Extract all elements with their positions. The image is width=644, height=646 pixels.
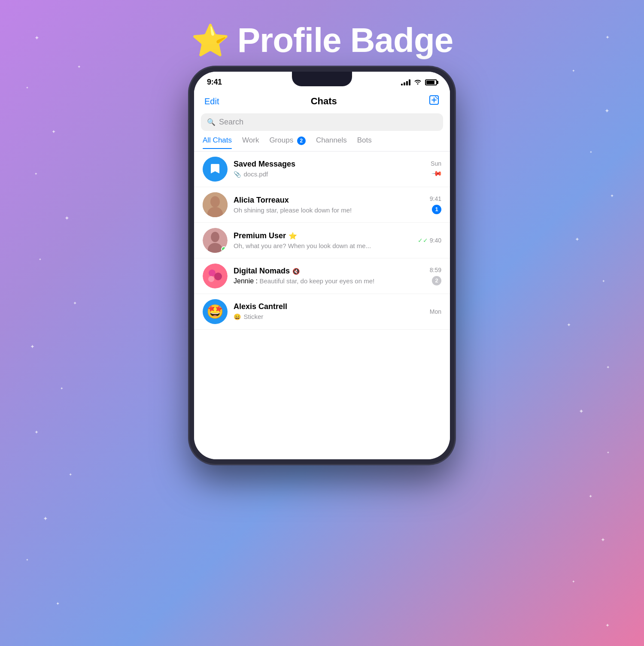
- edit-button[interactable]: Edit: [204, 97, 219, 106]
- chat-name-saved: Saved Messages: [234, 160, 295, 169]
- search-icon: 🔍: [207, 118, 216, 126]
- battery-icon: [425, 79, 437, 85]
- avatar-alexis: 🤩: [203, 299, 228, 324]
- phone-frame-wrapper: 9:41: [189, 67, 455, 464]
- avatar-nomads: [203, 264, 228, 288]
- chat-info-alicia: Alicia Torreaux Oh shining star, please …: [234, 196, 424, 214]
- chat-name-nomads: Digital Nomads: [234, 267, 290, 276]
- chat-meta-alexis: Mon: [430, 308, 441, 315]
- chat-info-alexis: Alexis Cantrell 😄 Sticker: [234, 302, 424, 321]
- svg-point-2: [210, 196, 220, 207]
- chat-preview-nomads: Beautiful star, do keep your eyes on me!: [260, 277, 375, 285]
- chat-sender-nomads: Jennie: [234, 277, 254, 285]
- app-content: Edit Chats 🔍 Search: [194, 90, 450, 459]
- chat-header: Edit Chats: [194, 90, 450, 113]
- status-time: 9:41: [207, 78, 222, 87]
- phone-frame: 9:41: [189, 67, 455, 464]
- tab-work[interactable]: Work: [242, 136, 259, 149]
- read-check-icon: ✓✓: [418, 237, 428, 244]
- chat-time-premium: ✓✓ 9:40: [418, 237, 441, 244]
- chat-preview-premium: Oh, what you are? When you look down at …: [234, 242, 380, 249]
- chat-meta-nomads: 8:59 2: [430, 267, 441, 285]
- chat-preview-saved: docs.pdf: [243, 170, 268, 178]
- chat-time-alexis: Mon: [430, 308, 441, 315]
- compose-button[interactable]: [428, 94, 440, 108]
- chat-item-premium[interactable]: Premium User ⭐ Oh, what you are? When yo…: [194, 223, 450, 258]
- header-title: Chats: [311, 96, 337, 107]
- chat-item-alicia[interactable]: Alicia Torreaux Oh shining star, please …: [194, 187, 450, 223]
- title-star-icon: ⭐: [191, 25, 230, 56]
- chat-item-saved[interactable]: Saved Messages 📎 docs.pdf Sun 📌: [194, 152, 450, 187]
- chat-info-premium: Premium User ⭐ Oh, what you are? When yo…: [234, 231, 412, 249]
- svg-point-10: [208, 276, 214, 282]
- search-bar[interactable]: 🔍 Search: [201, 113, 443, 131]
- time-premium: 9:40: [430, 237, 441, 244]
- chat-name-alexis: Alexis Cantrell: [234, 302, 287, 311]
- chat-name-premium: Premium User: [234, 231, 286, 240]
- sticker-icon: 😄: [234, 313, 241, 320]
- chat-sender-separator: :: [256, 277, 260, 285]
- chat-preview-alexis: Sticker: [243, 313, 263, 320]
- chat-name-alicia: Alicia Torreaux: [234, 196, 289, 205]
- chat-preview-alicia: Oh shining star, please look down for me…: [234, 206, 380, 214]
- wifi-icon: [414, 79, 422, 86]
- signal-icon: [401, 79, 410, 85]
- unread-badge-alicia: 1: [432, 205, 441, 214]
- phone-screen: 9:41: [194, 72, 450, 459]
- page-title: Profile Badge: [237, 21, 453, 60]
- clip-icon: 📎: [234, 171, 241, 178]
- chat-meta-alicia: 9:41 1: [430, 195, 441, 214]
- avatar-premium: [203, 228, 228, 253]
- chat-info-saved: Saved Messages 📎 docs.pdf: [234, 160, 425, 178]
- premium-badge-icon: ⭐: [289, 232, 297, 240]
- chat-info-nomads: Digital Nomads 🔇 Jennie : Beautiful star…: [234, 267, 424, 285]
- chat-meta-premium: ✓✓ 9:40: [418, 237, 441, 244]
- chat-item-nomads[interactable]: Digital Nomads 🔇 Jennie : Beautiful star…: [194, 258, 450, 294]
- filter-tabs: All Chats Work Groups 2 Channels Bots: [194, 136, 450, 152]
- avatar-saved: [203, 157, 228, 182]
- unread-badge-nomads: 2: [432, 276, 441, 285]
- groups-badge: 2: [297, 136, 306, 145]
- svg-point-5: [211, 232, 219, 242]
- chat-list: Saved Messages 📎 docs.pdf Sun 📌: [194, 152, 450, 330]
- chat-time-nomads: 8:59: [430, 267, 441, 273]
- chat-meta-saved: Sun 📌: [431, 160, 441, 178]
- search-container: 🔍 Search: [194, 113, 450, 136]
- tab-bots[interactable]: Bots: [357, 136, 372, 149]
- status-icons: [401, 79, 437, 86]
- phone-notch: [292, 72, 352, 86]
- chat-time-alicia: 9:41: [430, 195, 441, 202]
- svg-point-9: [214, 273, 222, 280]
- tab-all-chats[interactable]: All Chats: [203, 136, 232, 149]
- search-placeholder: Search: [219, 118, 243, 127]
- pin-icon: 📌: [431, 168, 443, 180]
- chat-item-alexis[interactable]: 🤩 Alexis Cantrell 😄 Sticker: [194, 294, 450, 330]
- avatar-alicia: [203, 192, 228, 217]
- chat-time-saved: Sun: [431, 160, 441, 167]
- page-header: ⭐ Profile Badge: [0, 21, 644, 60]
- tab-groups[interactable]: Groups 2: [269, 136, 305, 149]
- online-indicator-premium: [221, 246, 227, 252]
- alexis-avatar-emoji: 🤩: [207, 303, 224, 320]
- tab-channels[interactable]: Channels: [316, 136, 347, 149]
- muted-icon: 🔇: [292, 268, 300, 275]
